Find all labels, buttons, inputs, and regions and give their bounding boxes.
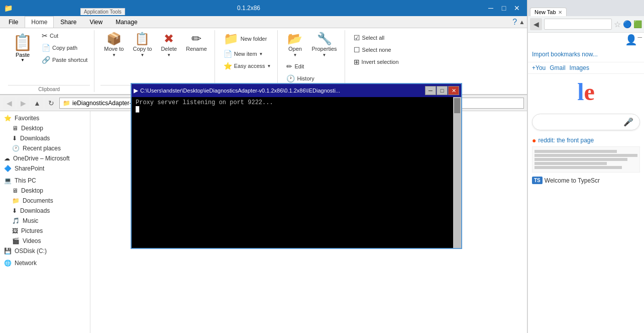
select-none-icon: ☐ [354,46,360,54]
cmd-maximize-button[interactable]: □ [437,86,448,95]
new-item-button[interactable]: 📄 New item ▼ [221,48,266,59]
paste-shortcut-button[interactable]: 🔗 Paste shortcut [39,54,90,65]
new-item-dropdown: ▼ [259,52,263,56]
browser-panel: New Tab ✕ ◀ ☆ 🔵 🟩 👤 ─ Import bookmarks n… [527,0,644,333]
desktop-icon: 🖥 [12,187,18,194]
maximize-button[interactable]: □ [498,3,510,13]
rename-button[interactable]: ✏ Rename [182,30,210,54]
copy-to-button[interactable]: 📋 Copy to ▼ [129,30,155,60]
delete-button[interactable]: ✖ Delete ▼ [157,30,180,60]
browser-address-bar[interactable] [544,19,612,30]
cut-button[interactable]: ✂ Cut [39,30,90,41]
tab-share[interactable]: Share [54,16,83,28]
copy-path-button[interactable]: 📄 Copy path [39,42,90,53]
cmd-controls: ─ □ ✕ [425,86,459,95]
cmd-content[interactable]: Proxy server listening on port 9222... █ [132,97,461,248]
move-to-button[interactable]: 📦 Move to ▼ [100,30,127,60]
invert-selection-icon: ⊞ [354,58,360,66]
tab-close-icon[interactable]: ✕ [558,10,562,15]
tab-home[interactable]: Home [25,16,54,28]
plus-you-link[interactable]: +You [532,64,546,71]
tab-manage[interactable]: Manage [109,16,144,28]
user-avatar-placeholder: 👤 [625,34,637,46]
invert-selection-button[interactable]: ⊞ Invert selection [351,56,401,67]
sidebar-item-music[interactable]: 🎵 Music [0,216,90,226]
tab-file[interactable]: File [2,16,25,28]
refresh-button[interactable]: ↻ [45,97,57,109]
help-icon[interactable]: ? [512,18,517,27]
cmd-cursor: █ [136,106,139,113]
cmd-scrollbar[interactable] [453,97,461,248]
desktop-fav-icon: 🖥 [12,125,18,132]
voice-search-icon[interactable]: 🎤 [623,117,633,127]
images-link[interactable]: Images [570,64,589,71]
back-button[interactable]: ◀ [3,97,15,109]
favorites-star-icon: ⭐ [4,115,12,122]
history-icon: 🕐 [286,74,295,82]
new-folder-button[interactable]: 📁 New folder [221,30,270,47]
sidebar-item-sharepoint[interactable]: 🔷 SharePoint [0,163,90,174]
browser-tab-new[interactable]: New Tab ✕ [530,8,567,16]
browser-back-button[interactable]: ◀ [530,18,542,30]
paste-shortcut-icon: 🔗 [42,56,50,64]
close-button[interactable]: ✕ [511,3,523,13]
sidebar-item-desktop-fav[interactable]: 🖥 Desktop [0,123,90,133]
paste-button[interactable]: 📋 Paste ▼ [8,30,37,65]
sidebar-item-desktop[interactable]: 🖥 Desktop [0,186,90,196]
sidebar-item-osdisk[interactable]: 💾 OSDisk (C:) [0,246,90,256]
window-control-minimize[interactable]: ─ [637,34,642,46]
select-content: ☑ Select all ☐ Select none ⊞ Invert sele… [351,30,401,84]
cut-icon: ✂ [42,32,48,40]
cmd-icon: ▶ [134,87,138,94]
up-button[interactable]: ▲ [31,97,43,109]
sidebar-item-pictures[interactable]: 🖼 Pictures [0,226,90,236]
browser-ext-icon2[interactable]: 🟩 [633,20,642,28]
easy-access-button[interactable]: ⭐ Easy access ▼ [221,60,274,71]
clipboard-sub-buttons: ✂ Cut 📄 Copy path 🔗 Paste shortcut [39,30,90,65]
reddit-snippet [532,146,640,173]
osdisk-icon: 💾 [4,247,12,255]
import-bookmarks-link[interactable]: Import bookmarks now... [532,51,598,58]
history-button[interactable]: 🕐 History [284,73,316,84]
sidebar-item-favorites[interactable]: ⭐ Favorites [0,113,90,123]
star-icon[interactable]: ☆ [614,20,621,29]
properties-icon: 🔧 [317,33,332,45]
network-icon: 🌐 [4,260,12,267]
google-logo-area: le [528,74,644,110]
reddit-title[interactable]: ● reddit: the front page [532,136,640,144]
sidebar-item-downloads[interactable]: ⬇ Downloads [0,206,90,216]
cmd-close-button[interactable]: ✕ [448,86,459,95]
select-all-button[interactable]: ☑ Select all [351,32,387,43]
music-icon: 🎵 [12,217,20,224]
forward-button[interactable]: ▶ [17,97,29,109]
cmd-title-left: ▶ C:\Users\andster\Desktop\ieDiagnostics… [134,87,340,94]
tab-label: New Tab [534,9,556,15]
gmail-link[interactable]: Gmail [550,64,565,71]
application-tools-badge: Application Tools [80,8,125,15]
sidebar-item-videos[interactable]: 🎬 Videos [0,236,90,246]
sidebar-item-onedrive[interactable]: ☁ OneDrive – Microsoft [0,153,90,163]
cmd-minimize-button[interactable]: ─ [425,86,436,95]
collapse-ribbon-icon[interactable]: ▲ [519,19,525,26]
downloads-icon: ⬇ [12,207,17,214]
open-button[interactable]: 📂 Open ▼ [284,30,306,60]
tab-view[interactable]: View [83,16,109,28]
copy-to-icon: 📋 [135,33,150,45]
sidebar-item-network[interactable]: 🌐 Network [0,258,90,268]
sidebar-item-this-pc[interactable]: 💻 This PC [0,176,90,186]
sidebar-item-downloads-fav[interactable]: ⬇ Downloads [0,133,90,143]
title-bar-controls: ─ □ ✕ [485,3,523,13]
properties-button[interactable]: 🔧 Properties ▼ [308,30,340,60]
select-none-button[interactable]: ☐ Select none [351,44,394,55]
browser-ext-icon1[interactable]: 🔵 [623,20,631,28]
move-to-icon: 📦 [106,33,122,45]
edit-button[interactable]: ✏ Edit [284,61,306,72]
sidebar-item-documents[interactable]: 📁 Documents [0,196,90,206]
google-search-box[interactable]: 🎤 [532,114,640,130]
ribbon-tabs: File Home Share View Manage ? ▲ [0,16,527,28]
sidebar-item-recent-places[interactable]: 🕐 Recent places [0,143,90,153]
select-all-icon: ☑ [354,34,360,42]
minimize-button[interactable]: ─ [485,3,497,13]
folder-icon: 📁 [4,4,13,12]
welcome-text: Welcome to TypeScr [545,177,600,184]
